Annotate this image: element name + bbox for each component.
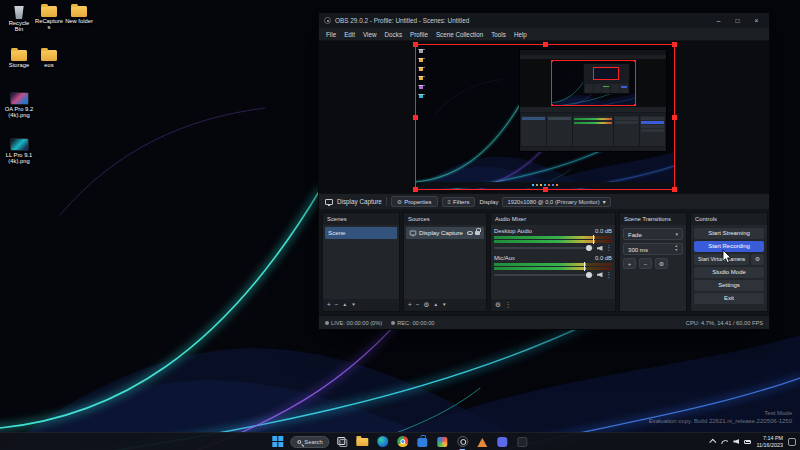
rec-status: REC: 00:00:00: [397, 320, 434, 326]
desktop-icon-label: LL Pro 9.1 (4k).png: [4, 152, 34, 165]
volume-icon[interactable]: [733, 439, 739, 444]
menu-file[interactable]: File: [322, 31, 340, 38]
transition-duration-field[interactable]: 300 ms ▲ ▼: [623, 243, 683, 255]
speaker-icon[interactable]: [597, 272, 603, 277]
filters-label: Filters: [453, 199, 469, 205]
duration-spinner[interactable]: ▲ ▼: [674, 245, 678, 252]
taskbar: Search 7:14 PM 11/16/2023: [0, 432, 800, 450]
close-button[interactable]: ×: [749, 15, 764, 26]
audio-mixer-header[interactable]: Audio Mixer: [491, 213, 615, 225]
add-transition-button[interactable]: +: [623, 258, 636, 269]
exit-button[interactable]: Exit: [694, 293, 764, 304]
vlc-button[interactable]: [476, 435, 490, 449]
scene-down-button[interactable]: ▼: [351, 303, 356, 308]
notification-center-button[interactable]: [788, 438, 796, 446]
mixer-settings-button[interactable]: ⚙: [495, 302, 501, 309]
transition-select[interactable]: Fade ▾: [623, 228, 683, 240]
desktop-icon-image-1[interactable]: OA Pro 9.2 (4k).png: [4, 92, 34, 119]
settings-button[interactable]: Settings: [694, 280, 764, 291]
scenes-panel: Scenes Scene + − ▲ ▼: [322, 212, 400, 312]
battery-icon[interactable]: [744, 440, 751, 444]
desktop-icon-storage[interactable]: Storage: [4, 50, 34, 68]
obs-taskbar-button[interactable]: [456, 435, 470, 449]
folder-icon: [41, 50, 57, 61]
lock-icon[interactable]: [475, 231, 480, 235]
menu-view[interactable]: View: [359, 31, 381, 38]
menu-scene-collection[interactable]: Scene Collection: [432, 31, 487, 38]
selection-handle[interactable]: [672, 115, 677, 120]
scene-transitions-header[interactable]: Scene Transitions: [620, 213, 686, 225]
menu-docks[interactable]: Docks: [381, 31, 407, 38]
preview-source-bounds[interactable]: [415, 44, 675, 190]
transition-properties-button[interactable]: ⚙: [655, 258, 668, 269]
desktop-icon-recaptures[interactable]: ReCaptures: [34, 6, 64, 31]
selection-handle[interactable]: [543, 42, 548, 47]
mixer-options-button[interactable]: ⋮: [505, 302, 512, 309]
preview-area[interactable]: [319, 41, 769, 193]
scene-item[interactable]: Scene: [325, 227, 397, 239]
channel-options-button[interactable]: ⋮: [606, 272, 613, 279]
start-button[interactable]: [270, 435, 284, 449]
remove-source-button[interactable]: −: [416, 302, 420, 309]
desktop-icon-recycle-bin[interactable]: Recycle Bin: [4, 6, 34, 33]
photos-button[interactable]: [436, 435, 450, 449]
selection-handle[interactable]: [413, 42, 418, 47]
scenes-panel-header[interactable]: Scenes: [323, 213, 399, 225]
preview-desktop-icons: [419, 48, 423, 103]
selection-handle[interactable]: [543, 187, 548, 192]
remove-transition-button[interactable]: −: [639, 258, 652, 269]
tray-chevron-icon[interactable]: [710, 439, 717, 446]
edge-button[interactable]: [376, 435, 390, 449]
desktop-icon-eos[interactable]: eos: [34, 50, 64, 68]
discord-button[interactable]: [496, 435, 510, 449]
source-properties-button[interactable]: ⚙: [424, 302, 430, 309]
task-view-button[interactable]: [336, 435, 350, 449]
selection-handle[interactable]: [672, 42, 677, 47]
channel-options-button[interactable]: ⋮: [606, 245, 613, 252]
terminal-button[interactable]: [516, 435, 530, 449]
desktop-icon-image-2[interactable]: LL Pro 9.1 (4k).png: [4, 138, 34, 165]
add-source-button[interactable]: +: [408, 302, 412, 309]
chrome-button[interactable]: [396, 435, 410, 449]
menu-tools[interactable]: Tools: [487, 31, 510, 38]
virtual-camera-config-button[interactable]: ⚙: [751, 254, 764, 265]
selection-handle[interactable]: [413, 115, 418, 120]
desktop: Recycle Bin ReCaptures New folder Storag…: [0, 0, 800, 450]
start-streaming-button[interactable]: Start Streaming: [694, 228, 764, 239]
file-explorer-button[interactable]: [356, 435, 370, 449]
volume-slider-handle[interactable]: [586, 245, 592, 251]
photos-icon: [438, 437, 448, 447]
volume-slider[interactable]: [494, 274, 594, 276]
volume-slider-handle[interactable]: [586, 272, 592, 278]
selection-handle[interactable]: [672, 187, 677, 192]
taskbar-search[interactable]: Search: [290, 436, 329, 448]
studio-mode-button[interactable]: Studio Mode: [694, 267, 764, 278]
source-down-button[interactable]: ▼: [442, 303, 447, 308]
obs-icon: [457, 436, 468, 447]
scene-up-button[interactable]: ▲: [343, 303, 348, 308]
menu-help[interactable]: Help: [510, 31, 531, 38]
visibility-icon[interactable]: [467, 231, 473, 235]
maximize-button[interactable]: □: [730, 15, 745, 26]
controls-header[interactable]: Controls: [691, 213, 767, 225]
display-select[interactable]: 1920x1080 @ 0,0 (Primary Monitor) ▾: [502, 197, 610, 207]
add-scene-button[interactable]: +: [327, 302, 331, 309]
speaker-icon[interactable]: [597, 246, 603, 251]
menu-edit[interactable]: Edit: [340, 31, 359, 38]
menu-profile[interactable]: Profile: [406, 31, 432, 38]
selection-handle[interactable]: [413, 187, 418, 192]
minimize-button[interactable]: –: [711, 15, 726, 26]
source-item[interactable]: Display Capture: [406, 227, 484, 239]
obs-title-bar[interactable]: OBS 29.0.2 - Profile: Untitled - Scenes:…: [319, 13, 769, 28]
store-button[interactable]: [416, 435, 430, 449]
properties-button[interactable]: ⚙ Properties: [391, 196, 438, 207]
wifi-icon[interactable]: [721, 440, 728, 444]
sources-panel-header[interactable]: Sources: [404, 213, 486, 225]
volume-slider[interactable]: [494, 247, 594, 249]
source-up-button[interactable]: ▲: [433, 303, 438, 308]
desktop-icon-new-folder[interactable]: New folder: [64, 6, 94, 24]
filters-button[interactable]: ≡ Filters: [442, 197, 476, 207]
taskbar-clock[interactable]: 7:14 PM 11/16/2023: [756, 435, 783, 449]
spin-down-icon[interactable]: ▼: [674, 249, 678, 253]
remove-scene-button[interactable]: −: [335, 302, 339, 309]
